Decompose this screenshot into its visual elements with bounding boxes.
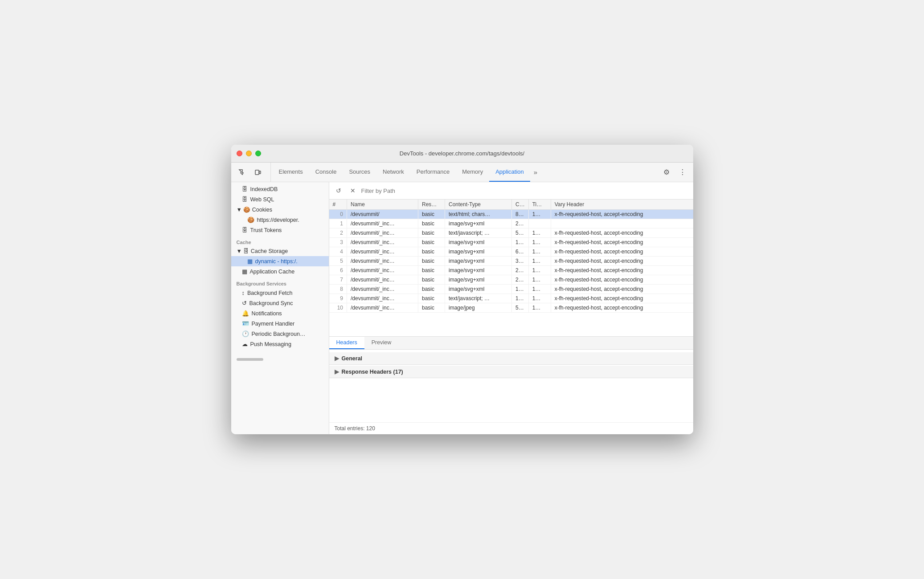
sidebar-item-websql[interactable]: 🗄 Web SQL [231,194,329,204]
table-cell: /devsummit/_inc… [347,228,418,238]
tab-preview[interactable]: Preview [364,337,398,349]
tab-application[interactable]: Application [489,163,530,182]
content-area: ↺ ✕ ➘ # Name Res… [329,182,693,434]
table-row[interactable]: 1/devsummit/_inc…basicimage/svg+xml2… [329,219,693,228]
tab-headers[interactable]: Headers [329,337,364,349]
table-cell: image/svg+xml [445,238,512,247]
chevron-icon: ▶ [335,355,339,362]
cell-num: 2 [329,228,347,238]
tab-memory[interactable]: Memory [456,163,489,182]
sidebar-scrollbar[interactable] [237,358,263,361]
table-cell: text/javascript; … [445,228,512,238]
sidebar-item-bg-fetch[interactable]: ↕ Background Fetch [231,288,329,298]
maximize-button[interactable] [255,151,261,156]
table-cell: /devsummit/_inc… [347,303,418,313]
table-cell: image/jpeg [445,303,512,313]
table-cell: 1… [528,238,551,247]
table-cell: x-fh-requested-host, accept-encoding [551,210,693,219]
cache-storage-parent-label: ▼ 🗄 Cache Storage [237,248,288,254]
menu-icon[interactable]: ⋮ [675,165,690,179]
sidebar-item-indexeddb[interactable]: 🗄 IndexedDB [231,184,329,194]
table-row[interactable]: 5/devsummit/_inc…basicimage/svg+xml3…1…x… [329,257,693,266]
table-row[interactable]: 6/devsummit/_inc…basicimage/svg+xml2…1…x… [329,266,693,275]
table-row[interactable]: 3/devsummit/_inc…basicimage/svg+xml1…1…x… [329,238,693,247]
entries-table: # Name Res… Content-Type C… Ti… Vary Hea… [329,200,693,313]
table-cell: image/svg+xml [445,275,512,285]
sidebar-item-periodic-bg[interactable]: 🕐 Periodic Backgroun… [231,329,329,339]
table-row[interactable]: 8/devsummit/_inc…basicimage/svg+xml1…1…x… [329,285,693,294]
table-cell: basic [418,266,445,275]
table-cell: basic [418,247,445,257]
traffic-lights [237,151,261,156]
col-response: Res… [418,200,445,210]
device-icon[interactable] [251,165,265,179]
sidebar-item-cookies-developer[interactable]: 🍪 https://developer. [231,215,329,225]
response-headers-label: Response Headers (17) [342,369,403,375]
sidebar-item-trust-tokens[interactable]: 🗄 Trust Tokens [231,225,329,235]
cell-num: 5 [329,257,347,266]
sidebar-item-cookies-parent[interactable]: ▼ 🍪 Cookies [231,204,329,215]
table-row[interactable]: 10/devsummit/_inc…basicimage/jpeg5…1…x-f… [329,303,693,313]
grid-icon: ▦ [242,268,247,275]
general-section[interactable]: ▶ General [329,352,693,365]
table-cell: /devsummit/_inc… [347,257,418,266]
sidebar-item-cache-storage-parent[interactable]: ▼ 🗄 Cache Storage [231,246,329,256]
table-cell: image/svg+xml [445,257,512,266]
table-cell: image/svg+xml [445,247,512,257]
table-cell: basic [418,210,445,219]
cell-num: 0 [329,210,347,219]
tab-network[interactable]: Network [376,163,410,182]
sidebar-item-dynamic-cache[interactable]: ▦ dynamic - https:/. [231,256,329,266]
sidebar-item-bg-sync[interactable]: ↺ Background Sync [231,298,329,308]
table-cell: x-fh-requested-host, accept-encoding [551,294,693,303]
cache-section-label: Cache [231,235,329,246]
sidebar-item-payment-handler[interactable]: 🪪 Payment Handler [231,318,329,329]
table-cell: basic [418,275,445,285]
database-icon: 🗄 [242,186,248,192]
table-cell: image/svg+xml [445,266,512,275]
sync-icon: ↺ [242,300,247,306]
table-cell: text/html; chars… [445,210,512,219]
sidebar-item-notifications[interactable]: 🔔 Notifications [231,308,329,318]
table-cell: basic [418,257,445,266]
refresh-button[interactable]: ↺ [333,185,344,196]
sidebar-scroll-spacer [231,349,329,358]
tab-sources[interactable]: Sources [343,163,376,182]
close-button[interactable] [237,151,242,156]
table-row[interactable]: 7/devsummit/_inc…basicimage/svg+xml2…1…x… [329,275,693,285]
table-cell: 5… [512,303,529,313]
bottom-tabs: Headers Preview [329,337,693,350]
payment-icon: 🪪 [242,320,249,327]
sidebar-item-app-cache[interactable]: ▦ Application Cache [231,266,329,277]
table-row[interactable]: 0/devsummit/basictext/html; chars…8…1…x-… [329,210,693,219]
clear-button[interactable]: ✕ [347,185,359,196]
tab-performance[interactable]: Performance [410,163,456,182]
settings-icon[interactable]: ⚙ [659,165,674,179]
table-cell: x-fh-requested-host, accept-encoding [551,285,693,294]
table-cell: 1… [512,285,529,294]
toolbar-spacer [541,163,659,182]
table-row[interactable]: 9/devsummit/_inc…basictext/javascript; …… [329,294,693,303]
response-headers-section[interactable]: ▶ Response Headers (17) [329,366,693,378]
cell-vary [551,219,693,228]
table-row[interactable]: 4/devsummit/_inc…basicimage/svg+xml6…1…x… [329,247,693,257]
table-cell: x-fh-requested-host, accept-encoding [551,257,693,266]
table-cell: basic [418,303,445,313]
table-cell: text/javascript; … [445,294,512,303]
minimize-button[interactable] [246,151,252,156]
tab-console[interactable]: Console [309,163,343,182]
table-cell: basic [418,238,445,247]
table-cell: basic [418,285,445,294]
toolbar-icons [235,163,271,182]
bell-icon: 🔔 [242,310,249,317]
inspect-icon[interactable] [235,165,249,179]
bottom-panel: Headers Preview ▶ General ▶ Response Hea… [329,336,693,434]
sidebar-item-push-messaging[interactable]: ☁ Push Messaging [231,339,329,349]
cell-num: 1 [329,219,347,228]
more-tabs-button[interactable]: » [530,163,541,182]
filter-input[interactable] [361,188,687,194]
cell-num: 10 [329,303,347,313]
table-row[interactable]: 2/devsummit/_inc…basictext/javascript; …… [329,228,693,238]
col-content-type: Content-Type [445,200,512,210]
tab-elements[interactable]: Elements [273,163,309,182]
